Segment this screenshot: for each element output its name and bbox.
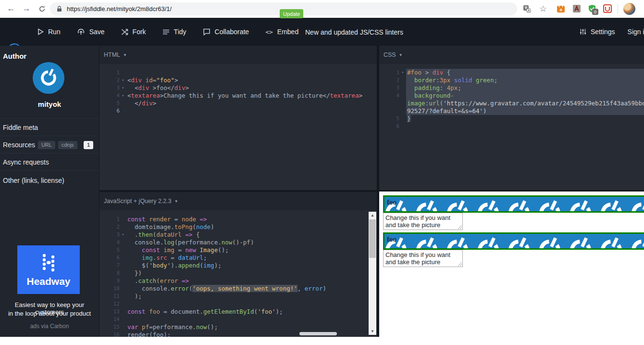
forward-arrow-icon[interactable]: → <box>20 2 33 15</box>
code-line[interactable]: 8 }) <box>99 269 368 277</box>
code-line[interactable]: 5 </div> <box>99 100 377 107</box>
code-line[interactable]: 2▾<div id="foo"> <box>99 77 377 84</box>
chat-bubble-icon <box>203 28 211 36</box>
fold-arrow[interactable]: ▾ <box>120 84 126 92</box>
tidy-button[interactable]: Tidy <box>162 28 186 36</box>
update-badge[interactable]: Update <box>280 9 303 18</box>
other-label: Other (links, license) <box>3 177 64 184</box>
url-text[interactable]: https://jsfiddle.net/mityok/2m8dcr63/1/ <box>67 5 172 13</box>
code-line[interactable]: 2 domtoimage.toPng(node) <box>99 223 368 231</box>
code-line[interactable]: 6 <box>99 107 377 115</box>
html-editor[interactable]: 12▾<div id="foo">3▾ <div >foo</div>4▾<te… <box>99 69 377 115</box>
result-panel: foo Change this if you want and take the… <box>379 192 644 337</box>
code-line[interactable]: 4 background- <box>379 92 644 100</box>
ad-tagline-2[interactable]: in the loop about your product <box>0 310 99 317</box>
power-icon-tile <box>627 197 644 213</box>
js-panel-header[interactable]: JavaScript + jQuery 2.2.3 ▼ <box>99 192 377 210</box>
code-line[interactable]: 13const foo = document.getElementById('f… <box>99 308 368 316</box>
author-username[interactable]: mityok <box>0 100 99 108</box>
back-arrow-icon[interactable]: ← <box>5 2 17 15</box>
code-line[interactable]: 5} <box>379 115 644 123</box>
line-number: 7 <box>99 262 120 269</box>
fold-arrow[interactable]: ▾ <box>120 77 126 84</box>
code-line[interactable]: 6 <box>379 123 644 130</box>
rendered-foo-div-copy: foo <box>383 232 644 250</box>
code-line[interactable]: 12 <box>99 300 368 308</box>
code-line[interactable]: 15var pf=performance.now(); <box>99 323 368 331</box>
code-line[interactable]: image:url('https://www.gravatar.com/avat… <box>379 100 644 107</box>
fold-arrow[interactable]: ▾ <box>120 92 126 100</box>
chevron-down-icon[interactable]: ▼ <box>399 53 403 57</box>
bookmark-star-icon[interactable]: ☆ <box>538 4 548 13</box>
line-number: 5 <box>99 246 120 254</box>
line-number: 5 <box>379 115 399 123</box>
code-line[interactable]: 6 img.src = dataUrl; <box>99 254 368 262</box>
line-number: 4 <box>99 239 120 246</box>
code-line[interactable]: 10 console.error('oops, something went w… <box>99 285 368 293</box>
result-textarea[interactable]: Change this if you want and take the pic… <box>383 213 463 230</box>
run-button[interactable]: Run <box>37 28 61 36</box>
app-window: ← → https://jsfiddle.net/mityok/2m8dcr63… <box>0 0 644 345</box>
chevron-down-icon[interactable]: ▼ <box>123 53 127 57</box>
code-text: image:url('https://www.gravatar.com/avat… <box>406 100 644 107</box>
sidebar-item-fiddle-meta[interactable]: Fiddle meta <box>0 118 99 136</box>
sidebar-item-async-requests[interactable]: Async requests <box>0 153 99 171</box>
author-avatar[interactable] <box>33 62 64 94</box>
code-line[interactable]: 1▾#foo > div { <box>379 69 644 77</box>
code-line[interactable]: 4▾<textarea>Change this if you want and … <box>99 92 377 100</box>
headway-ad[interactable]: Headway <box>17 245 80 294</box>
scrollbar-thumb[interactable] <box>369 219 376 258</box>
reload-icon[interactable] <box>36 2 48 15</box>
js-horizontal-scrollbar[interactable] <box>299 332 337 335</box>
js-editor[interactable]: 1const render = node =>2 domtoimage.toPn… <box>99 216 368 339</box>
code-line[interactable]: 9 .catch(error => <box>99 277 368 285</box>
chevron-down-icon[interactable]: ▼ <box>174 199 178 204</box>
html-panel-header[interactable]: HTML ▼ <box>99 46 377 64</box>
code-line[interactable]: 2 border:3px solid green; <box>379 77 644 84</box>
translate-icon[interactable] <box>522 4 532 13</box>
code-text: var pf=performance.now(); <box>126 323 368 331</box>
power-icon-tile <box>504 234 534 250</box>
css-editor[interactable]: 1▾#foo > div {2 border:3px solid green;3… <box>379 69 644 130</box>
settings-button[interactable]: Settings <box>580 28 615 36</box>
line-number: 6 <box>99 254 120 262</box>
css-panel-header[interactable]: CSS ▼ <box>379 46 644 64</box>
scroll-up-arrow[interactable]: ▲ <box>369 212 376 219</box>
css-panel-label: CSS <box>384 51 396 58</box>
js-vertical-scrollbar[interactable]: ▲ ▼ <box>369 212 376 335</box>
adobe-pdf-icon[interactable] <box>572 4 582 13</box>
fold-arrow[interactable]: ▾ <box>399 69 406 77</box>
code-line[interactable]: 92527/?default=&s=64') <box>379 107 644 115</box>
code-line[interactable]: 3 padding: 4px; <box>379 84 644 92</box>
code-line[interactable]: 11 ); <box>99 293 368 300</box>
sidebar-item-resources[interactable]: Resources URL cdnjs 1 <box>0 136 99 153</box>
code-line[interactable]: 14 <box>99 316 368 323</box>
code-line[interactable]: 3▾ <div >foo</div> <box>99 84 377 92</box>
power-icon-tile <box>565 197 596 213</box>
sidebar-item-other[interactable]: Other (links, license) <box>0 170 99 190</box>
save-button[interactable]: Save <box>77 28 105 36</box>
power-icon-tile <box>411 197 442 213</box>
code-text: const img = new Image(); <box>126 246 368 254</box>
collaborate-button[interactable]: Collaborate <box>203 28 249 36</box>
embed-button[interactable]: <> Embed <box>265 28 298 36</box>
browser-profile-avatar[interactable] <box>623 3 635 15</box>
scroll-down-arrow[interactable]: ▼ <box>369 328 376 335</box>
fork-button[interactable]: Fork <box>121 28 146 36</box>
html-panel-label: HTML <box>104 51 120 58</box>
code-line[interactable]: 5 const img = new Image(); <box>99 246 368 254</box>
play-icon <box>37 28 44 35</box>
code-line[interactable]: 1const render = node => <box>99 216 368 223</box>
fork-icon <box>121 28 128 36</box>
sign-in-link[interactable]: Sign in <box>628 28 644 36</box>
amazon-assistant-icon[interactable]: a <box>556 4 566 13</box>
code-line[interactable]: 4 console.log(performance.now()-pf) <box>99 239 368 246</box>
padlock-icon[interactable] <box>57 6 62 12</box>
update-news-text[interactable]: New and updated JS/CSS linters <box>305 27 403 37</box>
code-line[interactable]: 7 $('body').append(img); <box>99 262 368 269</box>
ads-via-carbon[interactable]: ads via Carbon <box>0 323 99 330</box>
fold-arrow[interactable]: ▾ <box>120 231 126 239</box>
mcafee-webadvisor-icon[interactable] <box>603 4 612 13</box>
code-line[interactable]: 1 <box>99 69 377 77</box>
code-line[interactable]: 3▾ .then(dataUrl => { <box>99 231 368 239</box>
